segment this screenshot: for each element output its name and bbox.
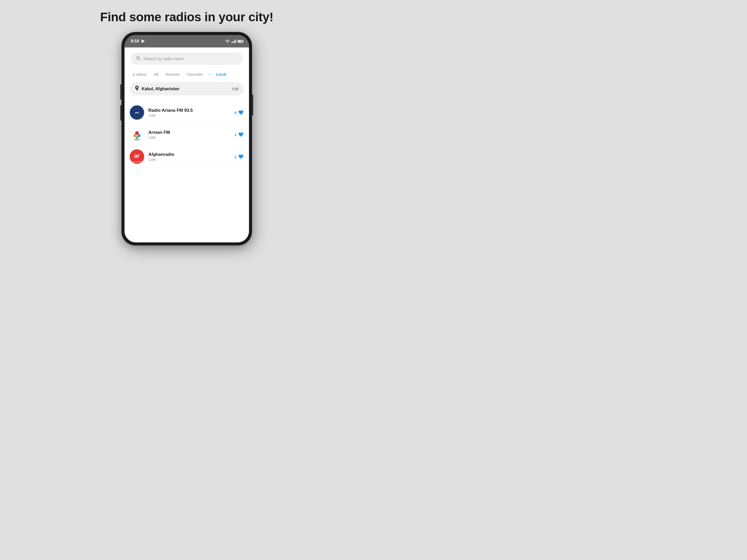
radio-bitrate: 128k (148, 113, 230, 117)
play-icon (141, 39, 145, 43)
tab-local[interactable]: Local (213, 70, 229, 79)
svg-point-4 (137, 134, 140, 137)
tab-all[interactable]: All (151, 70, 161, 79)
signal-icon (231, 39, 236, 43)
status-left: 8:59 (131, 39, 145, 44)
ariana-logo-text: atn (135, 111, 139, 114)
svg-text:AFGHANRADIO: AFGHANRADIO (131, 161, 143, 163)
search-placeholder: Search by radio name (143, 56, 184, 61)
radio-logo-afghan: ar AFGHANRADIO (130, 149, 144, 164)
phone-frame: 8:59 (122, 32, 252, 245)
phone-notch (174, 32, 200, 35)
heart-icon (238, 132, 244, 137)
app-content: Search by radio name p radios All Recent… (125, 48, 249, 242)
tab-bar: p radios All Recents Favorites → Local (125, 69, 249, 80)
svg-point-5 (136, 136, 138, 139)
radio-likes[interactable]: 0 (234, 110, 244, 115)
heart-icon (238, 154, 244, 159)
radio-name: Radio Ariana FM 93.5 (148, 108, 230, 113)
status-right (225, 39, 243, 43)
status-bar: 8:59 (125, 35, 249, 48)
radio-logo-ariana: atn (130, 105, 144, 120)
heart-icon (238, 110, 244, 115)
arman-logo-svg: ARMAN (130, 127, 144, 142)
search-bar[interactable]: Search by radio name (131, 53, 243, 65)
radio-info: Radio Ariana FM 93.5 128k (148, 108, 230, 117)
location-name: Kabul, Afghanistan (141, 87, 179, 91)
status-time: 8:59 (131, 39, 139, 44)
radio-info: Afghanradio 128k (148, 152, 230, 161)
svg-point-3 (133, 134, 136, 137)
radio-item[interactable]: ARMAN Arman FM 128k 1 (125, 124, 249, 146)
radio-list: atn Radio Ariana FM 93.5 128k 0 (125, 100, 249, 170)
battery-icon (238, 40, 243, 43)
radio-name: Arman FM (148, 130, 230, 135)
phone-screen: 8:59 (125, 35, 249, 242)
svg-text:ar: ar (134, 153, 140, 159)
search-container: Search by radio name (125, 48, 249, 69)
likes-count: 1 (234, 155, 236, 159)
radio-bitrate: 128k (148, 136, 230, 139)
radio-logo-arman: ARMAN (130, 127, 144, 142)
page-title: Find some radios in your city! (100, 10, 274, 24)
svg-text:ARMAN: ARMAN (135, 139, 139, 140)
radio-likes[interactable]: 1 (234, 132, 244, 137)
radio-info: Arman FM 128k (148, 130, 230, 139)
wifi-icon (225, 39, 230, 43)
location-pin-icon (135, 85, 139, 92)
likes-count: 0 (234, 110, 236, 115)
radio-item[interactable]: atn Radio Ariana FM 93.5 128k 0 (125, 102, 249, 124)
search-icon (136, 56, 140, 62)
likes-count: 1 (234, 132, 236, 137)
radio-name: Afghanradio (148, 152, 230, 157)
tab-favorites[interactable]: Favorites (184, 70, 206, 79)
radio-item[interactable]: ar AFGHANRADIO Afghanradio 128k 1 (125, 146, 249, 168)
location-edit-button[interactable]: Edit (232, 87, 239, 91)
radio-bitrate: 128k (148, 158, 230, 161)
afghan-logo-svg: ar AFGHANRADIO (130, 149, 144, 164)
svg-line-1 (139, 59, 140, 60)
radio-likes[interactable]: 1 (234, 154, 244, 159)
location-left: Kabul, Afghanistan (135, 85, 179, 92)
tab-recents[interactable]: Recents (162, 70, 183, 79)
location-bar[interactable]: Kabul, Afghanistan Edit (130, 82, 244, 96)
tab-arrow-icon: → (207, 72, 211, 77)
tab-top-radios[interactable]: p radios (130, 70, 150, 79)
